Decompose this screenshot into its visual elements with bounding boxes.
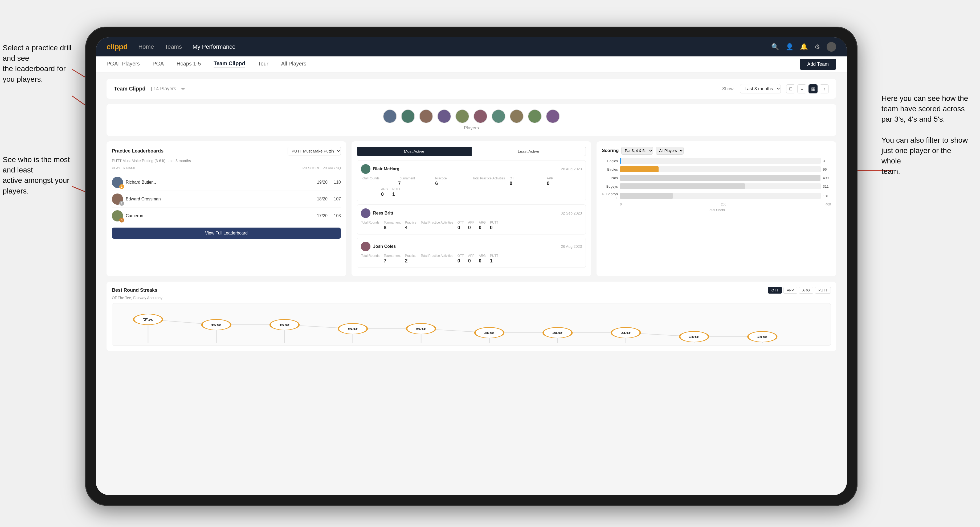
pa-putt-col: PUTT 1 xyxy=(392,187,401,197)
bar-track-eagles xyxy=(620,158,821,163)
streaks-section: Best Round Streaks OTT APP ARG PUTT Off … xyxy=(107,282,836,351)
activity-player-2: Rees Britt 02 Sep 2023 Total Rounds Tour… xyxy=(357,205,586,235)
bar-label-pars: Pars xyxy=(602,176,618,180)
lb-col-name: PLAYER NAME xyxy=(112,166,301,170)
lb-table-header: PLAYER NAME PB SCORE PB AVG SQ xyxy=(112,166,341,172)
drill-select[interactable]: PUTT Must Make Putting... xyxy=(288,147,341,156)
pa-name-2: Rees Britt xyxy=(373,211,393,216)
subnav-pgat[interactable]: PGAT Players xyxy=(107,61,140,68)
least-active-tab[interactable]: Least Active xyxy=(472,147,586,156)
scoring-header: Scoring Par 3, 4 & 5s All Players xyxy=(602,147,831,155)
search-icon[interactable]: 🔍 xyxy=(771,43,779,51)
lb-row-2[interactable]: 2 Edward Crossman 18/20 107 xyxy=(112,191,341,208)
streak-svg: 7x 6x 6x 5x xyxy=(112,303,830,346)
most-active-tab[interactable]: Most Active xyxy=(357,147,472,156)
subnav-pga[interactable]: PGA xyxy=(153,61,164,68)
bar-fill-eagles xyxy=(620,158,621,163)
pa-avatar-1 xyxy=(361,164,371,174)
nav-icons: 🔍 👤 🔔 ⚙ xyxy=(771,42,836,52)
player-avatar-1[interactable] xyxy=(383,110,397,123)
user-avatar[interactable] xyxy=(827,42,836,52)
streak-filter-app[interactable]: APP xyxy=(783,287,797,294)
scoring-card: Scoring Par 3, 4 & 5s All Players Eagles xyxy=(597,141,836,276)
players-avatars xyxy=(114,110,829,123)
x-axis-0: 0 xyxy=(620,203,622,206)
pa-app-3: 0 xyxy=(468,258,474,264)
team-title: Team Clippd xyxy=(114,86,146,92)
subnav-all-players[interactable]: All Players xyxy=(281,61,306,68)
card-view-btn[interactable]: ▦ xyxy=(808,84,818,94)
bar-row-dbogeys: D. Bogeys + 131 xyxy=(602,192,831,200)
lb-row-3[interactable]: 3 Cameron... 17/20 103 xyxy=(112,208,341,224)
player-avatar-6[interactable] xyxy=(474,110,487,123)
pa-tournament-3: 7 xyxy=(384,258,401,264)
streak-filter-putt[interactable]: PUTT xyxy=(815,287,831,294)
nav-teams[interactable]: Teams xyxy=(165,43,182,50)
edit-icon[interactable]: ✏ xyxy=(181,86,185,92)
show-select[interactable]: Last 3 months Last 6 months Last year xyxy=(740,84,781,94)
activity-card: Most Active Least Active Blair McHarg 26… xyxy=(352,141,591,276)
nav-my-performance[interactable]: My Performance xyxy=(192,43,235,50)
grid-view-btn[interactable]: ⊞ xyxy=(786,84,795,94)
bar-fill-birdies xyxy=(620,167,659,172)
list-view-btn[interactable]: ≡ xyxy=(797,84,807,94)
logo: clippd xyxy=(107,43,127,51)
bar-track-dbogeys xyxy=(620,193,821,199)
add-team-button[interactable]: Add Team xyxy=(800,59,836,70)
bar-value-eagles: 3 xyxy=(823,159,831,163)
bar-fill-pars xyxy=(620,175,820,181)
team-count: | 14 Players xyxy=(151,86,176,92)
subnav-hcaps[interactable]: Hcaps 1-5 xyxy=(177,61,201,68)
pa-app-1: 0 xyxy=(547,181,582,186)
svg-text:6x: 6x xyxy=(279,323,290,327)
subnav-team-clippd[interactable]: Team Clippd xyxy=(213,60,245,68)
streak-filter-ott[interactable]: OTT xyxy=(768,287,782,294)
player-avatar-7[interactable] xyxy=(492,110,506,123)
svg-text:4x: 4x xyxy=(552,331,563,335)
nav-home[interactable]: Home xyxy=(138,43,154,50)
pa-ott-1: 0 xyxy=(510,181,545,186)
pa-header-1: Blair McHarg 26 Aug 2023 xyxy=(361,164,582,174)
subnav-tour[interactable]: Tour xyxy=(258,61,269,68)
activity-tabs: Most Active Least Active xyxy=(357,147,586,156)
sort-btn[interactable]: ↕ xyxy=(820,84,829,94)
bar-label-birdies: Birdies xyxy=(602,167,618,171)
player-avatar-2[interactable] xyxy=(401,110,415,123)
players-filter-select[interactable]: All Players xyxy=(655,147,684,155)
player-avatar-8[interactable] xyxy=(510,110,523,123)
lb-name-3: Cameron... xyxy=(126,213,314,218)
bar-row-pars: Pars 499 xyxy=(602,175,831,181)
streak-filter-arg[interactable]: ARG xyxy=(799,287,813,294)
bar-label-bogeys: Bogeys xyxy=(602,184,618,189)
player-avatar-5[interactable] xyxy=(455,110,469,123)
lb-row-1[interactable]: 1 Richard Butler... 19/20 110 xyxy=(112,174,341,191)
settings-icon[interactable]: ⚙ xyxy=(815,43,820,51)
pa-arg-1: 0 xyxy=(381,192,388,197)
person-icon[interactable]: 👤 xyxy=(786,43,794,51)
player-avatar-9[interactable] xyxy=(528,110,542,123)
pa-header-2: Rees Britt 02 Sep 2023 xyxy=(361,208,582,218)
x-axis-400: 400 xyxy=(826,203,831,206)
bar-row-eagles: Eagles 3 xyxy=(602,158,831,163)
bar-track-bogeys xyxy=(620,183,821,189)
bar-value-birdies: 96 xyxy=(823,167,831,171)
par-filter-select[interactable]: Par 3, 4 & 5s xyxy=(621,147,653,155)
player-avatar-3[interactable] xyxy=(419,110,433,123)
svg-text:3x: 3x xyxy=(757,335,767,339)
pa-app-col: APP 0 xyxy=(547,176,582,186)
pa-tpa-section-2: Total Practice Activities xyxy=(421,221,453,230)
svg-text:7x: 7x xyxy=(143,317,153,322)
player-avatar-10[interactable] xyxy=(546,110,560,123)
lb-avatar-3: 3 xyxy=(112,210,123,221)
lb-badge-2: 2 xyxy=(119,201,124,206)
ipad-frame: clippd Home Teams My Performance 🔍 👤 🔔 ⚙… xyxy=(85,27,858,506)
view-full-leaderboard-button[interactable]: View Full Leaderboard xyxy=(112,227,341,239)
view-icons: ⊞ ≡ ▦ ↕ xyxy=(786,84,829,94)
pa-arg-3: 0 xyxy=(479,258,486,264)
pa-tournament-2: 8 xyxy=(384,225,401,230)
pa-name-3: Josh Coles xyxy=(373,244,396,249)
lb-score-1: 19/20 xyxy=(317,180,328,185)
bell-icon[interactable]: 🔔 xyxy=(800,43,808,51)
nav-bar: clippd Home Teams My Performance 🔍 👤 🔔 ⚙ xyxy=(96,37,847,56)
player-avatar-4[interactable] xyxy=(437,110,451,123)
